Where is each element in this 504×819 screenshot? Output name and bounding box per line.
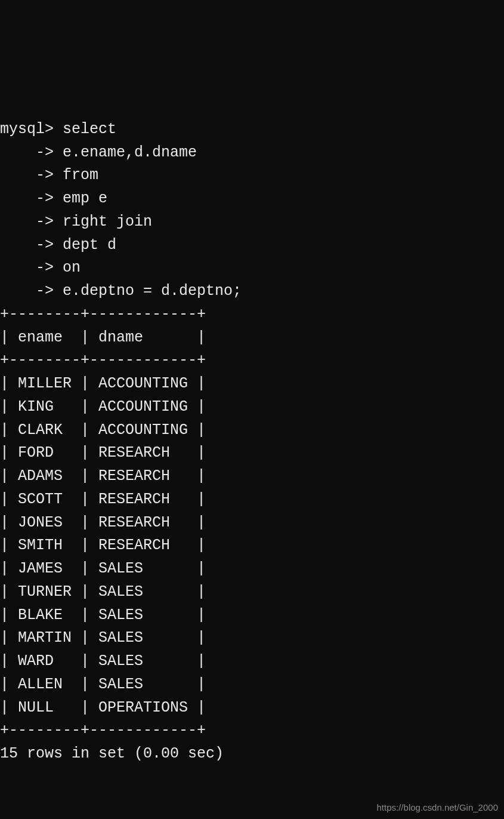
query-line: e.deptno = d.deptno;	[63, 282, 242, 300]
prompt-cont: ->	[0, 167, 63, 184]
query-line: right join	[63, 213, 152, 230]
query-line: emp e	[63, 190, 107, 207]
watermark-text: https://blog.csdn.net/Gin_2000	[377, 800, 498, 814]
prompt-cont: ->	[0, 259, 63, 276]
prompt-cont: ->	[0, 236, 63, 254]
table-border: +--------+------------+	[0, 306, 206, 323]
prompt-main: mysql>	[0, 121, 63, 138]
query-line: select	[63, 121, 116, 138]
query-line: from	[63, 167, 98, 184]
prompt-cont: ->	[0, 144, 63, 161]
terminal-output: mysql> select -> e.ename,d.dname -> from…	[0, 95, 504, 766]
query-line: e.ename,d.dname	[63, 144, 197, 161]
table-rows-container: | MILLER | ACCOUNTING | | KING | ACCOUNT…	[0, 375, 206, 716]
prompt-cont: ->	[0, 282, 63, 300]
table-header: | ename | dname |	[0, 329, 206, 346]
query-line: dept d	[63, 236, 116, 254]
table-border: +--------+------------+	[0, 722, 206, 739]
prompt-cont: ->	[0, 190, 63, 207]
query-line: on	[63, 259, 81, 276]
table-border: +--------+------------+	[0, 352, 206, 369]
prompt-cont: ->	[0, 213, 63, 230]
result-footer: 15 rows in set (0.00 sec)	[0, 745, 224, 762]
